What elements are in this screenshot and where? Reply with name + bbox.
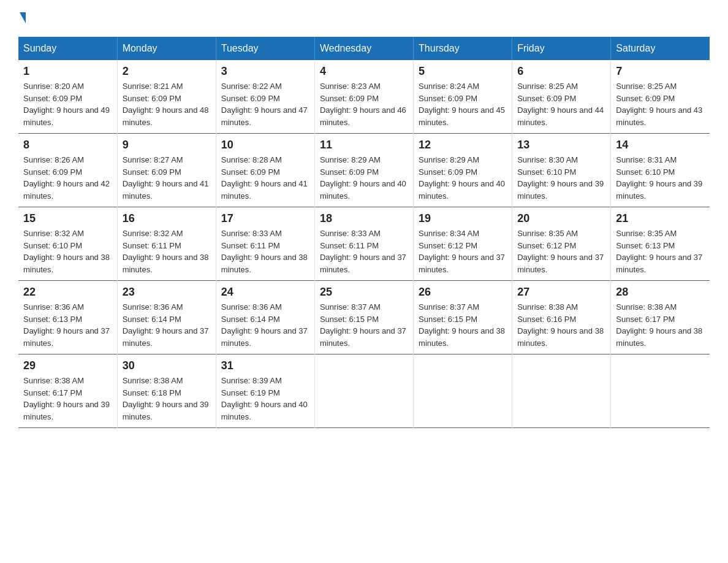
day-number: 28 (616, 286, 705, 299)
day-of-week-header: Wednesday (314, 37, 413, 60)
calendar-cell: 2 Sunrise: 8:21 AM Sunset: 6:09 PM Dayli… (117, 60, 216, 134)
day-number: 4 (320, 65, 408, 78)
day-info: Sunrise: 8:24 AM Sunset: 6:09 PM Dayligh… (419, 80, 507, 128)
day-info: Sunrise: 8:31 AM Sunset: 6:10 PM Dayligh… (616, 154, 705, 202)
calendar-table: SundayMondayTuesdayWednesdayThursdayFrid… (18, 37, 710, 428)
calendar-header-row: SundayMondayTuesdayWednesdayThursdayFrid… (18, 37, 710, 60)
day-of-week-header: Friday (512, 37, 611, 60)
calendar-cell: 11 Sunrise: 8:29 AM Sunset: 6:09 PM Dayl… (314, 134, 413, 207)
calendar-cell: 14 Sunrise: 8:31 AM Sunset: 6:10 PM Dayl… (611, 134, 710, 207)
calendar-cell: 4 Sunrise: 8:23 AM Sunset: 6:09 PM Dayli… (314, 60, 413, 134)
calendar-cell: 6 Sunrise: 8:25 AM Sunset: 6:09 PM Dayli… (512, 60, 611, 134)
calendar-cell: 7 Sunrise: 8:25 AM Sunset: 6:09 PM Dayli… (611, 60, 710, 134)
calendar-cell: 25 Sunrise: 8:37 AM Sunset: 6:15 PM Dayl… (314, 281, 413, 354)
day-number: 5 (419, 65, 507, 78)
logo (18, 12, 26, 25)
day-info: Sunrise: 8:38 AM Sunset: 6:18 PM Dayligh… (123, 375, 211, 423)
calendar-cell: 9 Sunrise: 8:27 AM Sunset: 6:09 PM Dayli… (117, 134, 216, 207)
day-number: 31 (221, 359, 309, 372)
calendar-cell: 1 Sunrise: 8:20 AM Sunset: 6:09 PM Dayli… (18, 60, 117, 134)
day-of-week-header: Monday (117, 37, 216, 60)
day-number: 20 (517, 212, 605, 225)
day-info: Sunrise: 8:29 AM Sunset: 6:09 PM Dayligh… (320, 154, 408, 202)
day-info: Sunrise: 8:22 AM Sunset: 6:09 PM Dayligh… (221, 80, 309, 128)
day-number: 12 (419, 139, 507, 151)
day-number: 7 (616, 65, 705, 78)
day-info: Sunrise: 8:27 AM Sunset: 6:09 PM Dayligh… (123, 154, 211, 202)
day-number: 17 (221, 212, 309, 225)
calendar-cell (512, 354, 611, 428)
day-info: Sunrise: 8:21 AM Sunset: 6:09 PM Dayligh… (123, 80, 211, 128)
day-of-week-header: Tuesday (216, 37, 314, 60)
day-number: 18 (320, 212, 408, 225)
logo-general-text (18, 12, 26, 25)
calendar-cell: 31 Sunrise: 8:39 AM Sunset: 6:19 PM Dayl… (216, 354, 314, 428)
day-number: 14 (616, 139, 705, 151)
day-number: 27 (517, 286, 605, 299)
calendar-cell: 3 Sunrise: 8:22 AM Sunset: 6:09 PM Dayli… (216, 60, 314, 134)
day-info: Sunrise: 8:37 AM Sunset: 6:15 PM Dayligh… (320, 301, 408, 349)
day-number: 8 (23, 139, 112, 151)
day-number: 11 (320, 139, 408, 151)
calendar-week-row: 1 Sunrise: 8:20 AM Sunset: 6:09 PM Dayli… (18, 60, 710, 134)
day-number: 15 (23, 212, 112, 225)
calendar-cell: 21 Sunrise: 8:35 AM Sunset: 6:13 PM Dayl… (611, 207, 710, 281)
day-info: Sunrise: 8:34 AM Sunset: 6:12 PM Dayligh… (419, 228, 507, 275)
day-info: Sunrise: 8:38 AM Sunset: 6:16 PM Dayligh… (517, 301, 605, 349)
day-info: Sunrise: 8:38 AM Sunset: 6:17 PM Dayligh… (616, 301, 705, 349)
day-info: Sunrise: 8:26 AM Sunset: 6:09 PM Dayligh… (23, 154, 112, 202)
calendar-cell: 20 Sunrise: 8:35 AM Sunset: 6:12 PM Dayl… (512, 207, 611, 281)
calendar-cell: 22 Sunrise: 8:36 AM Sunset: 6:13 PM Dayl… (18, 281, 117, 354)
day-number: 29 (23, 359, 112, 372)
calendar-cell: 16 Sunrise: 8:32 AM Sunset: 6:11 PM Dayl… (117, 207, 216, 281)
day-number: 24 (221, 286, 309, 299)
day-info: Sunrise: 8:30 AM Sunset: 6:10 PM Dayligh… (517, 154, 605, 202)
day-info: Sunrise: 8:36 AM Sunset: 6:14 PM Dayligh… (123, 301, 211, 349)
calendar-cell: 17 Sunrise: 8:33 AM Sunset: 6:11 PM Dayl… (216, 207, 314, 281)
day-info: Sunrise: 8:36 AM Sunset: 6:14 PM Dayligh… (221, 301, 309, 349)
day-number: 2 (123, 65, 211, 78)
calendar-cell: 23 Sunrise: 8:36 AM Sunset: 6:14 PM Dayl… (117, 281, 216, 354)
calendar-cell: 19 Sunrise: 8:34 AM Sunset: 6:12 PM Dayl… (414, 207, 512, 281)
calendar-cell: 28 Sunrise: 8:38 AM Sunset: 6:17 PM Dayl… (611, 281, 710, 354)
logo-triangle-icon (20, 12, 26, 23)
day-number: 9 (123, 139, 211, 151)
day-number: 26 (419, 286, 507, 299)
calendar-week-row: 22 Sunrise: 8:36 AM Sunset: 6:13 PM Dayl… (18, 281, 710, 354)
day-number: 23 (123, 286, 211, 299)
day-of-week-header: Sunday (18, 37, 117, 60)
day-number: 19 (419, 212, 507, 225)
day-info: Sunrise: 8:28 AM Sunset: 6:09 PM Dayligh… (221, 154, 309, 202)
page-header (18, 12, 710, 25)
day-info: Sunrise: 8:20 AM Sunset: 6:09 PM Dayligh… (23, 80, 112, 128)
day-info: Sunrise: 8:25 AM Sunset: 6:09 PM Dayligh… (616, 80, 705, 128)
day-number: 10 (221, 139, 309, 151)
calendar-cell: 12 Sunrise: 8:29 AM Sunset: 6:09 PM Dayl… (414, 134, 512, 207)
day-number: 21 (616, 212, 705, 225)
day-info: Sunrise: 8:36 AM Sunset: 6:13 PM Dayligh… (23, 301, 112, 349)
calendar-cell: 24 Sunrise: 8:36 AM Sunset: 6:14 PM Dayl… (216, 281, 314, 354)
day-number: 13 (517, 139, 605, 151)
calendar-cell: 10 Sunrise: 8:28 AM Sunset: 6:09 PM Dayl… (216, 134, 314, 207)
day-info: Sunrise: 8:32 AM Sunset: 6:10 PM Dayligh… (23, 228, 112, 275)
day-number: 25 (320, 286, 408, 299)
day-info: Sunrise: 8:37 AM Sunset: 6:15 PM Dayligh… (419, 301, 507, 349)
calendar-cell: 30 Sunrise: 8:38 AM Sunset: 6:18 PM Dayl… (117, 354, 216, 428)
calendar-cell: 5 Sunrise: 8:24 AM Sunset: 6:09 PM Dayli… (414, 60, 512, 134)
calendar-cell: 13 Sunrise: 8:30 AM Sunset: 6:10 PM Dayl… (512, 134, 611, 207)
day-info: Sunrise: 8:39 AM Sunset: 6:19 PM Dayligh… (221, 375, 309, 423)
calendar-week-row: 15 Sunrise: 8:32 AM Sunset: 6:10 PM Dayl… (18, 207, 710, 281)
day-info: Sunrise: 8:29 AM Sunset: 6:09 PM Dayligh… (419, 154, 507, 202)
calendar-cell: 29 Sunrise: 8:38 AM Sunset: 6:17 PM Dayl… (18, 354, 117, 428)
day-number: 6 (517, 65, 605, 78)
day-number: 22 (23, 286, 112, 299)
calendar-cell (314, 354, 413, 428)
calendar-cell: 15 Sunrise: 8:32 AM Sunset: 6:10 PM Dayl… (18, 207, 117, 281)
day-number: 3 (221, 65, 309, 78)
day-of-week-header: Saturday (611, 37, 710, 60)
day-info: Sunrise: 8:23 AM Sunset: 6:09 PM Dayligh… (320, 80, 408, 128)
day-info: Sunrise: 8:25 AM Sunset: 6:09 PM Dayligh… (517, 80, 605, 128)
day-number: 16 (123, 212, 211, 225)
day-number: 30 (123, 359, 211, 372)
day-info: Sunrise: 8:33 AM Sunset: 6:11 PM Dayligh… (320, 228, 408, 275)
